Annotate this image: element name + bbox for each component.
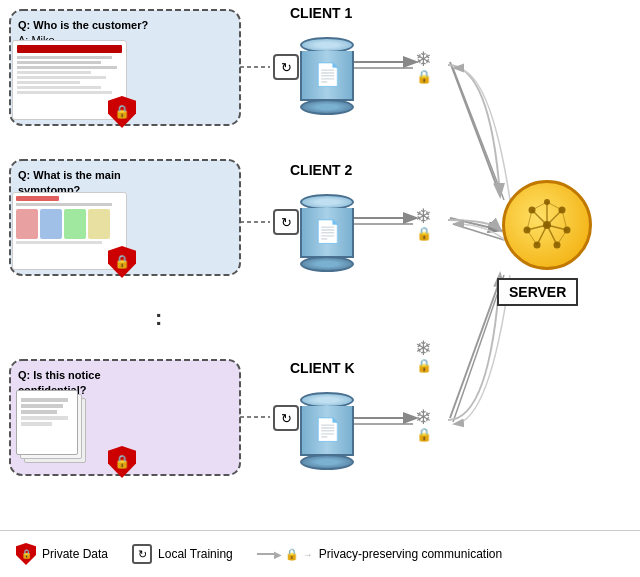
client1-label: CLIENT 1	[290, 5, 352, 21]
legend-local-training-label: Local Training	[158, 547, 233, 561]
legend-local-training: ↻ Local Training	[132, 544, 233, 564]
legend-private-data: 🔒 Private Data	[16, 543, 108, 565]
client2-encrypt-node: ❄ 🔒	[415, 204, 432, 241]
legend-sync-icon: ↻	[132, 544, 152, 564]
svg-line-27	[547, 210, 562, 225]
svg-line-4	[450, 62, 500, 195]
client2-label: CLIENT 2	[290, 162, 352, 178]
legend: 🔒 Private Data ↻ Local Training ▶ 🔒 → Pr…	[0, 530, 640, 577]
clientk-doc-preview	[14, 390, 109, 468]
clientk-encrypt-node: ❄ 🔒	[415, 405, 432, 442]
svg-line-33	[532, 202, 547, 210]
svg-line-8	[450, 280, 500, 418]
diagram-container: Q: Who is the customer? A: Mike 🔒 Q: Wha…	[0, 0, 640, 530]
svg-line-37	[527, 230, 537, 245]
clientk-label: CLIENT K	[290, 360, 355, 376]
client1-shield: 🔒	[108, 96, 136, 128]
dots-separator: :	[155, 305, 162, 331]
client1-question: Q: Who is the customer?	[18, 19, 148, 31]
legend-arrow-lock: ▶ 🔒 →	[257, 548, 313, 561]
svg-line-26	[532, 210, 547, 225]
clientk-shield: 🔒	[108, 446, 136, 478]
client3-encrypt-node: ❄ 🔒	[415, 336, 432, 373]
client2-sync-icon: ↻	[273, 209, 299, 235]
client1-encrypt-node: ❄ 🔒	[415, 47, 432, 84]
svg-line-34	[547, 202, 562, 210]
server-node	[502, 180, 592, 270]
svg-line-36	[562, 210, 567, 230]
svg-line-31	[547, 225, 557, 245]
svg-line-10	[453, 224, 504, 240]
server-label: SERVER	[497, 278, 578, 306]
legend-privacy-comm: ▶ 🔒 → Privacy-preserving communication	[257, 547, 502, 561]
clientk-database: 📄	[300, 390, 354, 472]
client2-shield: 🔒	[108, 246, 136, 278]
legend-shield-icon: 🔒	[16, 543, 36, 565]
client2-database: 📄	[300, 192, 354, 274]
svg-line-35	[527, 210, 532, 230]
legend-privacy-comm-label: Privacy-preserving communication	[319, 547, 502, 561]
svg-line-30	[537, 225, 547, 245]
svg-line-6	[450, 218, 500, 230]
server-network-icon	[512, 190, 582, 260]
client1-database: 📄	[300, 35, 354, 117]
svg-line-9	[453, 68, 504, 200]
svg-line-38	[557, 230, 567, 245]
legend-private-data-label: Private Data	[42, 547, 108, 561]
client1-sync-icon: ↻	[273, 54, 299, 80]
clientk-sync-icon: ↻	[273, 405, 299, 431]
